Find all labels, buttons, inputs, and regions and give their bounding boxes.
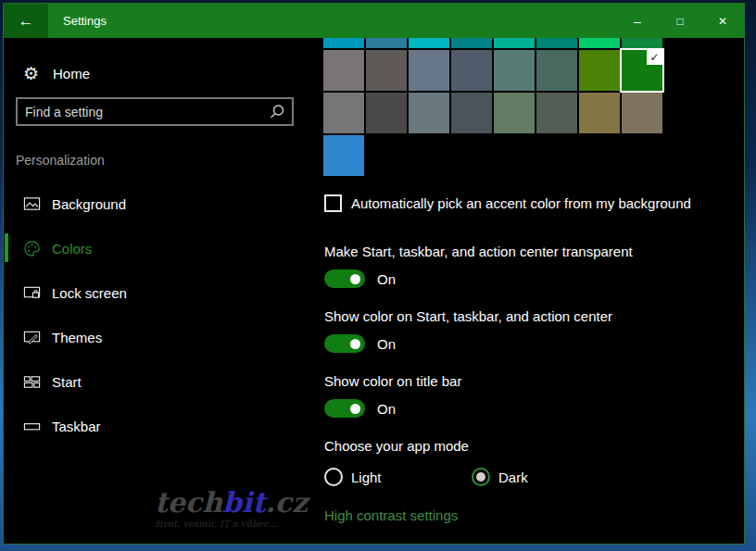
radio-label: Light (351, 470, 382, 485)
toggle-show-color-start-taskbar[interactable] (324, 334, 365, 353)
palette-row (323, 135, 750, 176)
auto-accent-checkbox[interactable] (324, 194, 342, 212)
sidebar-item-label: Taskbar (52, 419, 101, 434)
accent-color-tile[interactable] (494, 38, 535, 48)
accent-color-tile[interactable] (579, 38, 620, 48)
accent-color-tile[interactable] (366, 50, 407, 91)
sidebar-item-label: Colors (52, 241, 92, 257)
gear-icon: ⚙ (23, 65, 45, 82)
accent-color-tile[interactable] (323, 93, 364, 133)
back-button[interactable]: ← (4, 4, 48, 38)
section-label: Personalization (16, 153, 105, 168)
taskbar-icon (23, 418, 45, 435)
accent-color-tile[interactable]: ✓ (622, 50, 662, 91)
show-color-start-heading: Show color on Start, taskbar, and action… (324, 308, 612, 324)
search-box (16, 97, 294, 126)
toggle-knob (350, 274, 360, 284)
accent-color-tile[interactable] (323, 135, 364, 176)
accent-color-tile[interactable] (409, 50, 449, 91)
accent-color-tile[interactable] (494, 50, 535, 91)
home-label: Home (53, 66, 90, 81)
accent-color-tile[interactable] (536, 38, 577, 48)
sidebar-item-label: Background (52, 196, 126, 212)
transparency-heading: Make Start, taskbar, and action center t… (324, 244, 633, 259)
selected-check-icon: ✓ (647, 50, 662, 65)
accent-color-tile[interactable] (536, 50, 577, 91)
accent-color-tile[interactable] (366, 38, 407, 48)
app-mode-heading: Choose your app mode (324, 438, 469, 454)
accent-color-palette: ✓ (323, 38, 750, 176)
accent-color-tile[interactable] (494, 93, 535, 133)
search-icon[interactable] (266, 104, 288, 120)
sidebar-item-taskbar[interactable]: Taskbar (4, 404, 323, 448)
sidebar-item-start[interactable]: Start (4, 359, 323, 404)
image-icon (23, 195, 45, 213)
accent-color-tile[interactable] (579, 50, 620, 91)
lock-screen-icon (23, 284, 45, 302)
search-input[interactable] (18, 99, 266, 124)
accent-color-tile[interactable] (579, 93, 620, 133)
sidebar-item-themes[interactable]: Themes (4, 315, 323, 359)
accent-color-tile[interactable] (451, 93, 492, 133)
sidebar-item-label: Start (52, 374, 82, 390)
minimize-button[interactable]: – (616, 4, 659, 38)
radio-circle (324, 468, 343, 486)
settings-window: ← Settings – □ ✕ ⚙ Home (3, 3, 745, 545)
minimize-icon: – (634, 14, 641, 29)
sidebar-nav: Background (4, 182, 323, 448)
sidebar-item-background[interactable]: Background (4, 182, 323, 226)
accent-color-tile[interactable] (323, 50, 364, 91)
accent-color-tile[interactable] (622, 93, 662, 133)
accent-color-tile[interactable] (622, 38, 662, 48)
accent-color-tile[interactable] (323, 38, 364, 48)
sidebar-item-lock-screen[interactable]: Lock screen (4, 270, 323, 315)
accent-color-tile[interactable] (366, 93, 407, 133)
desktop-background: ← Settings – □ ✕ ⚙ Home (0, 0, 756, 551)
selected-indicator-bar (5, 233, 8, 262)
toggle-state-label: On (377, 401, 396, 417)
back-arrow-icon: ← (19, 12, 34, 31)
auto-accent-checkbox-row[interactable]: Automatically pick an accent color from … (324, 194, 691, 212)
toggle-knob (350, 404, 360, 414)
accent-color-tile[interactable] (451, 50, 492, 91)
toggle-state-label: On (377, 336, 396, 352)
close-button[interactable]: ✕ (701, 4, 744, 38)
radio-circle-selected (472, 468, 490, 486)
start-icon (23, 373, 45, 391)
sidebar-item-home[interactable]: ⚙ Home (23, 58, 90, 88)
sidebar: ⚙ Home Personalization (4, 38, 323, 544)
palette-row (323, 93, 750, 133)
toggle-show-color-titlebar[interactable] (324, 399, 365, 418)
accent-color-tile[interactable] (409, 93, 449, 133)
accent-color-tile[interactable] (536, 93, 577, 133)
colors-settings-panel: ✓ Automatically pick an accent color fro… (323, 38, 750, 544)
palette-row (323, 38, 750, 48)
sidebar-item-label: Themes (52, 330, 102, 345)
themes-icon (23, 329, 45, 346)
sidebar-item-colors[interactable]: Colors (4, 226, 323, 270)
accent-color-tile[interactable] (451, 38, 492, 48)
maximize-icon: □ (676, 15, 683, 28)
radio-dark[interactable]: Dark (472, 468, 528, 486)
window-body: ⚙ Home Personalization (4, 38, 744, 544)
toggle-transparency[interactable] (324, 269, 365, 288)
palette-icon (23, 240, 45, 257)
toggle-state-label: On (377, 271, 396, 287)
window-title: Settings (63, 4, 107, 38)
accent-color-tile[interactable] (409, 38, 449, 48)
maximize-button[interactable]: □ (659, 4, 701, 38)
caption-buttons: – □ ✕ (616, 4, 744, 38)
radio-label: Dark (498, 470, 528, 485)
close-icon: ✕ (718, 15, 727, 28)
sidebar-item-label: Lock screen (52, 285, 127, 301)
high-contrast-link[interactable]: High contrast settings (324, 507, 458, 523)
app-mode-radio-group: Light Dark (324, 468, 750, 486)
toggle-knob (350, 339, 360, 349)
palette-row: ✓ (323, 50, 750, 91)
auto-accent-label: Automatically pick an accent color from … (351, 195, 691, 211)
show-color-titlebar-heading: Show color on title bar (324, 373, 461, 389)
titlebar: ← Settings – □ ✕ (4, 4, 744, 38)
radio-light[interactable]: Light (324, 468, 382, 486)
